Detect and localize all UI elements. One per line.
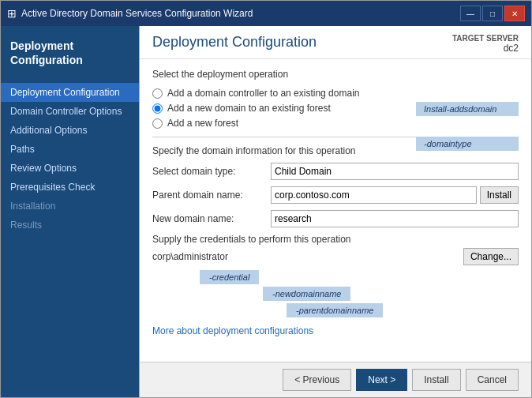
window-icon: ⊞ xyxy=(7,7,17,20)
sidebar-item-domain-controller-options[interactable]: Domain Controller Options xyxy=(1,102,139,121)
sidebar-item-installation: Installation xyxy=(1,197,139,216)
titlebar: ⊞ Active Directory Domain Services Confi… xyxy=(1,1,531,26)
credentials-section: Supply the credentials to perform this o… xyxy=(152,234,519,265)
close-button[interactable]: ✕ xyxy=(504,6,525,21)
content-area: Deployment Configuration Deployment Conf… xyxy=(1,26,531,397)
sidebar: Deployment Configuration Deployment Conf… xyxy=(1,26,139,397)
sidebar-item-prerequisites-check[interactable]: Prerequisites Check xyxy=(1,178,139,197)
radio-group: Add a domain controller to an existing d… xyxy=(152,88,519,129)
credentials-title: Supply the credentials to perform this o… xyxy=(152,234,519,245)
more-about-link[interactable]: More about deployment configurations xyxy=(152,325,313,336)
sidebar-item-results: Results xyxy=(1,216,139,235)
main-window: ⊞ Active Directory Domain Services Confi… xyxy=(0,0,532,398)
sidebar-item-review-options[interactable]: Review Options xyxy=(1,159,139,178)
radio-label-1: Add a domain controller to an existing d… xyxy=(167,88,359,99)
radio-existing-domain[interactable] xyxy=(152,88,163,99)
page-title: Deployment Configuration xyxy=(152,34,317,51)
radio-item-2: Add a new domain to an existing forest xyxy=(152,103,519,114)
main-header: Deployment Configuration TARGET SERVER d… xyxy=(140,26,531,59)
body-wrapper: Select the deployment operation Add a do… xyxy=(152,69,519,336)
sidebar-nav: Deployment Configuration Domain Controll… xyxy=(1,83,139,397)
sidebar-item-additional-options[interactable]: Additional Options xyxy=(1,121,139,140)
separator-1 xyxy=(152,137,519,137)
main-body: Select the deployment operation Add a do… xyxy=(140,59,531,362)
domain-type-input-group xyxy=(271,163,519,180)
credentials-value: corp\administrator xyxy=(152,251,228,262)
callout-credential: -credential xyxy=(200,270,259,284)
radio-item-3: Add a new forest xyxy=(152,118,519,129)
cancel-button[interactable]: Cancel xyxy=(466,369,519,391)
target-server: TARGET SERVER dc2 xyxy=(452,34,519,54)
target-server-name: dc2 xyxy=(504,43,519,54)
minimize-button[interactable]: — xyxy=(460,6,481,21)
form-label-domain-type: Select domain type: xyxy=(152,166,271,177)
credentials-row: corp\administrator Change... xyxy=(152,248,519,265)
new-domain-input[interactable] xyxy=(271,210,519,227)
bottom-callouts: -credential -newdomainname -parentdomain… xyxy=(152,270,519,317)
new-domain-input-group xyxy=(271,210,519,227)
titlebar-left: ⊞ Active Directory Domain Services Confi… xyxy=(7,7,253,20)
footer: < Previous Next > Install Cancel xyxy=(140,362,531,397)
radio-item-1: Add a domain controller to an existing d… xyxy=(152,88,519,99)
radio-new-domain[interactable] xyxy=(152,103,163,114)
form-row-domain-type: Select domain type: xyxy=(152,163,519,180)
form-row-parent-domain: Parent domain name: Install xyxy=(152,186,519,204)
titlebar-controls: — □ ✕ xyxy=(460,6,525,21)
change-button[interactable]: Change... xyxy=(463,248,519,265)
callout-newdomainname: -newdomainname xyxy=(263,287,350,301)
form-label-parent-domain: Parent domain name: xyxy=(152,190,271,201)
form-row-new-domain: New domain name: xyxy=(152,210,519,227)
radio-label-3: Add a new forest xyxy=(167,118,238,129)
main-content: Deployment Configuration TARGET SERVER d… xyxy=(139,26,531,397)
parent-domain-input-group: Install xyxy=(271,186,519,204)
radio-label-2: Add a new domain to an existing forest xyxy=(167,103,331,114)
sidebar-item-deployment-configuration[interactable]: Deployment Configuration xyxy=(1,83,139,102)
install-button[interactable]: Install xyxy=(412,369,460,391)
window-title: Active Directory Domain Services Configu… xyxy=(21,8,253,19)
section2-title: Specify the domain information for this … xyxy=(152,145,519,156)
callout-parentdomainname: -parentdomainname xyxy=(287,303,383,317)
sidebar-main-title: Deployment Configuration xyxy=(10,39,129,67)
radio-new-forest[interactable] xyxy=(152,118,163,129)
maximize-button[interactable]: □ xyxy=(482,6,503,21)
parent-domain-input[interactable] xyxy=(271,186,477,204)
sidebar-item-paths[interactable]: Paths xyxy=(1,140,139,159)
sidebar-title-area: Deployment Configuration xyxy=(1,26,139,77)
target-server-label: TARGET SERVER xyxy=(452,34,519,43)
select-button[interactable]: Install xyxy=(480,186,519,204)
previous-button[interactable]: < Previous xyxy=(283,369,351,391)
domain-type-input[interactable] xyxy=(271,163,519,180)
next-button[interactable]: Next > xyxy=(356,369,407,391)
form-label-new-domain: New domain name: xyxy=(152,213,271,224)
section1-title: Select the deployment operation xyxy=(152,69,519,80)
